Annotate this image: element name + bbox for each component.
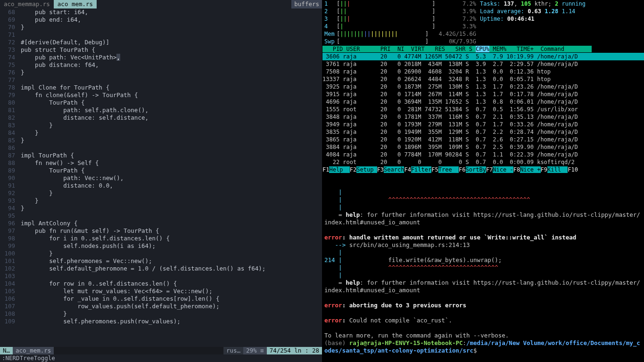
process-row[interactable]: 3848 raja 20 0 1781M 337M 116M S 0.7 2.1…: [322, 113, 644, 121]
code-line[interactable]: 82 distance: self.distance,: [2, 114, 322, 122]
process-row[interactable]: 13337 raja 20 0 26624 4484 3248 R 1.3 0.…: [322, 75, 644, 83]
tab-active[interactable]: aco mem.rs: [54, 0, 97, 8]
status-file: aco_mem.rs: [13, 347, 54, 354]
term-line: [324, 226, 642, 234]
htop-pane[interactable]: 1[||| ]7.2%2[|| ]3.9%3[||| ]7.2%4[| ]3.3…: [322, 0, 644, 188]
code-line[interactable]: 79 fn clone(&self) -> TourPath {: [2, 91, 322, 99]
code-area[interactable]: 68 pub start: i64,69 pub end: i64,70}717…: [0, 8, 322, 347]
status-bar: N… aco_mem.rs rus… 29% ≡ 74/254 ln : 28: [0, 347, 322, 354]
code-line[interactable]: 90 path: Vec::new(),: [2, 174, 322, 182]
term-line: To learn more, run the command again wit…: [324, 332, 642, 339]
code-line[interactable]: 83 }: [2, 122, 322, 129]
process-row[interactable]: 3606 raja 20 0 4774M 1265M 50472 S 5.3 7…: [322, 53, 644, 60]
status-position: 74/254 ln : 28: [267, 347, 322, 354]
code-line[interactable]: 102 self.default_pheromone = 1.0 / (self…: [2, 265, 322, 272]
process-row[interactable]: 3761 raja 20 0 2018M 434M 138M S 3.9 2.7…: [322, 60, 644, 68]
mem-bar: Mem[||||||||||||||||| ]4.42G/15.6G: [324, 30, 476, 38]
term-line: [324, 294, 642, 302]
term-line: |: [324, 189, 642, 196]
tab-inactive[interactable]: aco_memmap.rs: [0, 0, 54, 8]
htop-meters: 1[||| ]7.2%2[|| ]3.9%3[||| ]7.2%4[| ]3.3…: [322, 0, 478, 45]
term-line: |: [324, 272, 642, 279]
command-line[interactable]: :NERDTreeToggle: [0, 354, 322, 362]
term-line: | ^^^^^^^^^^^^^^^^^^^^^^^^^^^^^^^: [324, 264, 642, 272]
code-line[interactable]: 89 TourPath {: [2, 167, 322, 174]
status-filetype: rus…: [223, 347, 243, 354]
process-row[interactable]: 3925 raja 20 0 1873M 275M 130M S 1.3 1.7…: [322, 83, 644, 90]
cpu-bar: 2[|| ]3.9%: [324, 8, 476, 15]
code-line[interactable]: 101 self.pheromones = Vec::new();: [2, 257, 322, 265]
term-line: (base) raja@raja-HP-ENVY-15-Notebook-PC:…: [324, 339, 642, 354]
process-row[interactable]: 3949 raja 20 0 1793M 279M 131M S 0.7 1.7…: [322, 121, 644, 128]
process-row[interactable]: 7508 raja 20 0 26900 4608 3204 R 1.3 0.0…: [322, 68, 644, 75]
code-line[interactable]: 75 pub distance: f64,: [2, 61, 322, 69]
code-line[interactable]: 92 }: [2, 189, 322, 197]
code-line[interactable]: 85}: [2, 137, 322, 144]
term-line: --> src/bin/aco_using_memmap.rs:214:13: [324, 241, 642, 249]
term-line: | ^^^^^^^^^^^^^^^^^^^^^^^^^^^^^^^^^^^^^^…: [324, 196, 642, 204]
term-line: error: handle written amount returned or…: [324, 234, 642, 241]
editor-pane: aco_memmap.rs aco mem.rs buffers 68 pub …: [0, 0, 322, 362]
htop-header[interactable]: PID USER PRI NI VIRT RES SHR S CPU% MEM%…: [322, 45, 644, 53]
code-line[interactable]: 106 for _value in 0..self.distances[row]…: [2, 295, 322, 303]
code-line[interactable]: 78impl Clone for TourPath {: [2, 84, 322, 91]
terminal-pane[interactable]: | | ^^^^^^^^^^^^^^^^^^^^^^^^^^^^^^^^^^^^…: [322, 188, 644, 362]
buffers-label[interactable]: buffers: [291, 0, 322, 8]
code-line[interactable]: 99 self.nodes.push(i as i64);: [2, 242, 322, 250]
cpu-bar: 3[||| ]7.2%: [324, 15, 476, 23]
code-line[interactable]: 80 TourPath {: [2, 99, 322, 107]
htop-fkeys[interactable]: F1Help F2Setup F3SearchF4FilterF5Tree F6…: [322, 166, 644, 173]
code-line[interactable]: 97 pub fn run(&mut self) -> TourPath {: [2, 227, 322, 235]
code-line[interactable]: 76}: [2, 69, 322, 76]
swp-bar: Swp[ ]0K/7.93G: [324, 38, 476, 45]
code-line[interactable]: 88 fn new() -> Self {: [2, 159, 322, 167]
term-line: |: [324, 249, 642, 256]
code-line[interactable]: 70}: [2, 24, 322, 31]
process-row[interactable]: 1555 root 20 0 281M 74732 51384 S 0.7 0.…: [322, 106, 644, 113]
term-line: [324, 324, 642, 332]
code-line[interactable]: 95: [2, 212, 322, 220]
code-line[interactable]: 68 pub start: i64,: [2, 8, 322, 16]
code-line[interactable]: 77: [2, 76, 322, 84]
code-line[interactable]: 73pub struct TourPath {: [2, 46, 322, 54]
code-line[interactable]: 105 let mut row_values: Vec<f64> = Vec::…: [2, 288, 322, 295]
tab-bar: aco_memmap.rs aco mem.rs buffers: [0, 0, 322, 8]
process-row[interactable]: 3915 raja 20 0 1714M 267M 114M S 1.3 1.7…: [322, 90, 644, 98]
term-line: error: aborting due to 3 previous errors: [324, 302, 642, 309]
cpu-bar: 1[||| ]7.2%: [324, 0, 476, 8]
process-list[interactable]: 3606 raja 20 0 4774M 1265M 50472 S 5.3 7…: [322, 53, 644, 166]
code-line[interactable]: 71: [2, 31, 322, 39]
code-line[interactable]: 104 for row in 0..self.distances.len() {: [2, 280, 322, 288]
term-line: |: [324, 204, 642, 211]
code-line[interactable]: 86: [2, 144, 322, 152]
term-line: = help: for further information visit ht…: [324, 279, 642, 294]
status-percent: 29% ≡: [243, 347, 267, 354]
code-line[interactable]: 81 path: self.path.clone(),: [2, 107, 322, 114]
process-row[interactable]: 22 root 20 0 0 0 0 S 0.7 0.0 0:00.09 kso…: [322, 158, 644, 166]
process-row[interactable]: 4696 raja 20 0 3694M 135M 17652 S 1.3 0.…: [322, 98, 644, 106]
code-line[interactable]: 69 pub end: i64,: [2, 16, 322, 24]
code-line[interactable]: 74 pub path: Vec<UnitPath>,: [2, 54, 322, 61]
term-line: 214 | file.write(&raw_bytes).unwrap();: [324, 256, 642, 264]
code-line[interactable]: 84 }: [2, 129, 322, 137]
code-line[interactable]: 108 }: [2, 310, 322, 318]
code-line[interactable]: 96impl AntColony {: [2, 220, 322, 227]
process-row[interactable]: 3865 raja 20 0 1920M 412M 118M S 0.7 2.6…: [322, 136, 644, 143]
status-mode: N…: [0, 347, 13, 354]
code-line[interactable]: 93 }: [2, 197, 322, 205]
term-line: error: Could not compile `aco_rust`.: [324, 317, 642, 324]
code-line[interactable]: 103: [2, 272, 322, 280]
process-row[interactable]: 3835 raja 20 0 1949M 355M 129M S 0.7 2.2…: [322, 128, 644, 136]
code-line[interactable]: 87impl TourPath {: [2, 152, 322, 159]
code-line[interactable]: 109 self.pheromones.push(row_values);: [2, 318, 322, 325]
code-line[interactable]: 91 distance: 0.0,: [2, 182, 322, 189]
process-row[interactable]: 4084 raja 20 0 7784M 170M 90284 S 0.7 1.…: [322, 151, 644, 158]
code-line[interactable]: 100 }: [2, 250, 322, 257]
code-line[interactable]: 94}: [2, 205, 322, 212]
code-line[interactable]: 107 row_values.push(self.default_pheromo…: [2, 303, 322, 310]
right-column: 1[||| ]7.2%2[|| ]3.9%3[||| ]7.2%4[| ]3.3…: [322, 0, 644, 362]
code-line[interactable]: 98 for i in 0..self.distances.len() {: [2, 235, 322, 242]
code-line[interactable]: 72#[derive(Default, Debug)]: [2, 39, 322, 46]
process-row[interactable]: 3884 raja 20 0 1896M 395M 109M S 0.7 2.5…: [322, 143, 644, 151]
htop-meta: Tasks: 137, 105 kthr; 2 running Load ave…: [478, 0, 644, 45]
